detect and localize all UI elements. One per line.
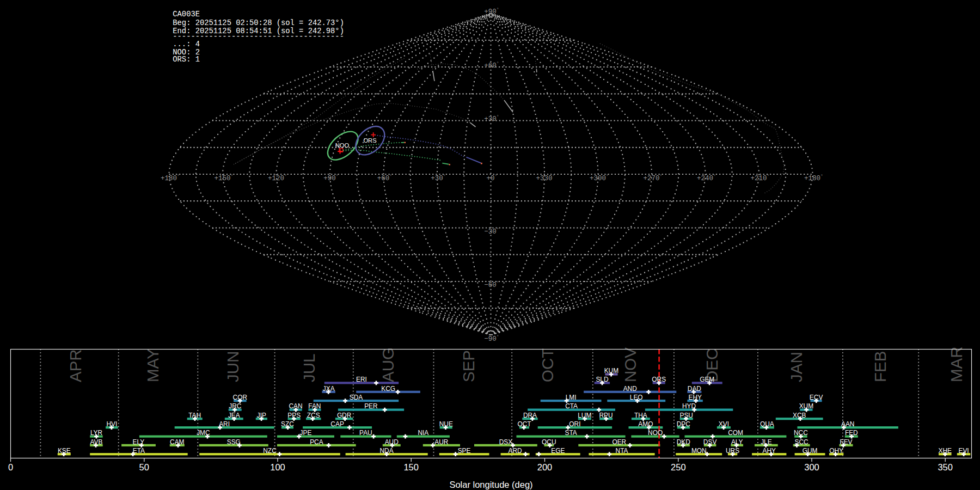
svg-text:+180°: +180°: [804, 174, 823, 182]
svg-text:+270°: +270°: [644, 174, 663, 182]
svg-text:NOV: NOV: [621, 347, 639, 382]
svg-text:PSU: PSU: [679, 412, 693, 419]
svg-text:JAN: JAN: [787, 352, 805, 382]
svg-text:AUR: AUR: [434, 438, 449, 446]
svg-text:+30°: +30°: [431, 174, 445, 182]
svg-text:JRC: JRC: [229, 402, 242, 410]
svg-text:SEP: SEP: [460, 350, 477, 382]
svg-text:SCC: SCC: [795, 438, 809, 446]
svg-text:JUL: JUL: [300, 354, 318, 382]
svg-text:ORS: 1: ORS: 1: [173, 56, 200, 64]
svg-text:KUM: KUM: [604, 367, 618, 375]
svg-text:LEO: LEO: [630, 394, 643, 401]
svg-text:+120°: +120°: [268, 174, 287, 182]
svg-text:ZCS: ZCS: [307, 412, 320, 419]
svg-text:+330°: +330°: [536, 174, 555, 182]
svg-text:URS: URS: [726, 447, 739, 455]
svg-text:NUE: NUE: [439, 420, 453, 428]
svg-text:CTA: CTA: [565, 402, 578, 410]
svg-text:PPS: PPS: [287, 412, 301, 419]
svg-text:+180°: +180°: [161, 174, 180, 182]
svg-text:AMO: AMO: [638, 420, 653, 428]
svg-text:ARD: ARD: [509, 447, 523, 455]
svg-text:AHY: AHY: [763, 447, 776, 455]
svg-text:FEB: FEB: [871, 351, 889, 382]
svg-text:−90°: −90°: [484, 334, 499, 343]
svg-text:HVI: HVI: [106, 420, 117, 428]
svg-text:MAY: MAY: [144, 348, 162, 382]
svg-text:CA003E: CA003E: [173, 10, 200, 19]
svg-text:LUM: LUM: [578, 412, 591, 419]
svg-text:Beg: 20251125 02:50:28 (sol =: Beg: 20251125 02:50:28 (sol = 242.73°): [173, 19, 344, 27]
svg-text:DSV: DSV: [703, 438, 717, 446]
svg-text:CAM: CAM: [170, 438, 184, 446]
svg-text:XCB: XCB: [793, 412, 806, 419]
svg-text:OCT: OCT: [538, 348, 556, 382]
svg-text:ORS: ORS: [363, 137, 376, 144]
svg-text:JIP: JIP: [257, 412, 266, 419]
svg-text:AVB: AVB: [90, 438, 103, 446]
svg-text:CAN: CAN: [289, 402, 303, 410]
svg-text:+30°: +30°: [484, 114, 499, 123]
svg-text:SLD: SLD: [596, 376, 609, 383]
svg-text:DPC: DPC: [677, 420, 691, 428]
svg-text:250: 250: [671, 462, 686, 472]
svg-text:AND: AND: [623, 385, 638, 393]
svg-text:GDR: GDR: [337, 412, 352, 419]
svg-text:PAU: PAU: [359, 429, 372, 437]
svg-text:DAD: DAD: [688, 385, 702, 393]
svg-text:FAN: FAN: [308, 402, 321, 410]
svg-text:NOO: NOO: [648, 429, 663, 437]
svg-text:100: 100: [270, 462, 285, 472]
svg-text:+60°: +60°: [484, 61, 499, 70]
svg-text:------------------------------: --------------------------------------: [173, 33, 344, 41]
svg-text:+90°: +90°: [484, 7, 499, 16]
svg-text:DSX: DSX: [499, 438, 513, 446]
svg-text:SPE: SPE: [458, 447, 471, 455]
svg-text:OCU: OCU: [542, 438, 556, 446]
svg-text:QUA: QUA: [760, 420, 774, 428]
svg-text:+210°: +210°: [751, 174, 770, 182]
svg-text:NDA: NDA: [380, 447, 394, 455]
svg-text:KSE: KSE: [58, 447, 71, 455]
svg-text:NTA: NTA: [616, 447, 628, 455]
svg-text:LYR: LYR: [90, 429, 103, 437]
svg-text:ORS: ORS: [652, 376, 666, 383]
svg-text:LMI: LMI: [566, 394, 577, 401]
svg-text:OER: OER: [612, 438, 626, 446]
svg-text:SSG: SSG: [227, 438, 241, 446]
svg-text:ECV: ECV: [810, 394, 823, 401]
svg-text:200: 200: [537, 462, 553, 472]
svg-text:FED: FED: [845, 429, 858, 437]
svg-text:+240°: +240°: [697, 174, 716, 182]
svg-text:MON: MON: [691, 447, 707, 455]
svg-text:50: 50: [139, 462, 149, 472]
svg-text:APR: APR: [66, 349, 84, 382]
svg-text:ELY: ELY: [133, 438, 145, 446]
svg-text:150: 150: [403, 462, 419, 472]
svg-text:+90°: +90°: [323, 174, 338, 182]
svg-text:NZC: NZC: [263, 447, 277, 455]
svg-text:+150°: +150°: [215, 174, 234, 182]
svg-text:ORI: ORI: [569, 420, 580, 428]
svg-text:RPU: RPU: [599, 412, 613, 419]
svg-text:ARI: ARI: [219, 420, 230, 428]
svg-text:EHY: EHY: [688, 394, 702, 401]
svg-text:300: 300: [804, 462, 819, 472]
svg-text:JEA: JEA: [228, 412, 240, 419]
svg-text:THA: THA: [634, 412, 647, 419]
svg-text:NOO: NOO: [335, 142, 350, 149]
svg-text:STA: STA: [565, 429, 577, 437]
svg-text:FEV: FEV: [840, 438, 852, 446]
svg-text:CAP: CAP: [330, 420, 344, 428]
svg-text:...: 4: ...: 4: [173, 40, 200, 48]
svg-text:GUM: GUM: [803, 447, 818, 455]
svg-text:AAN: AAN: [841, 420, 854, 428]
svg-text:EVI: EVI: [959, 447, 969, 455]
svg-text:MAR: MAR: [947, 346, 965, 382]
svg-text:HYD: HYD: [682, 402, 696, 410]
svg-text:JUN: JUN: [224, 351, 242, 382]
svg-text:+0°: +0°: [487, 174, 498, 182]
svg-text:−60°: −60°: [484, 280, 499, 289]
svg-text:COM: COM: [728, 429, 743, 437]
